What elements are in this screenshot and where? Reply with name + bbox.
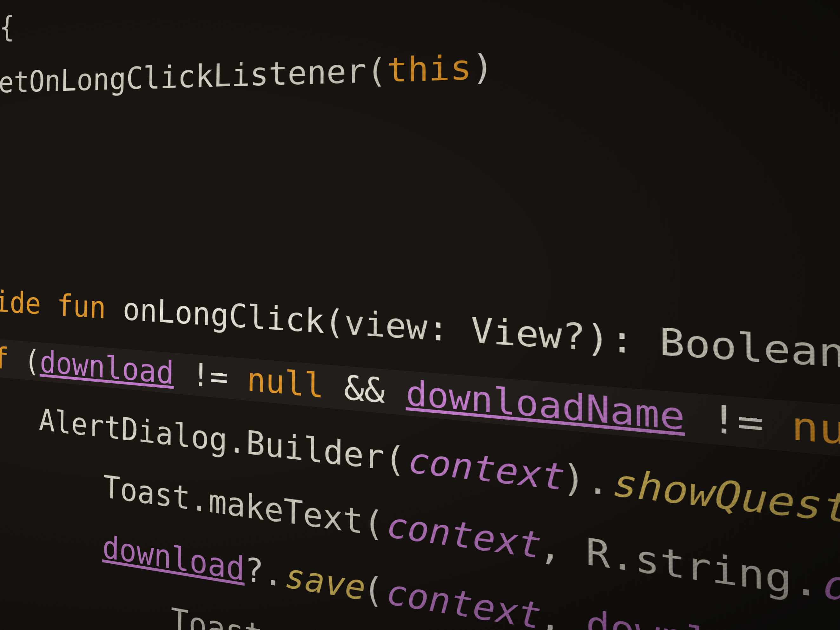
editor-viewport: tring? = null init { setOnLongClickListe… bbox=[0, 0, 840, 630]
code-line[interactable]: } bbox=[0, 98, 840, 158]
code-editor[interactable]: tring? = null init { setOnLongClickListe… bbox=[0, 0, 840, 630]
